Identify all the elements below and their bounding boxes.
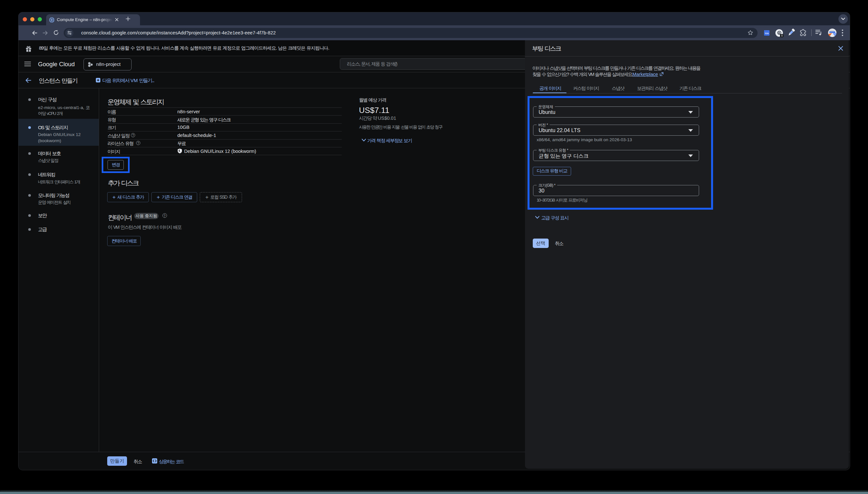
svg-text:TCK: TCK	[765, 33, 769, 34]
